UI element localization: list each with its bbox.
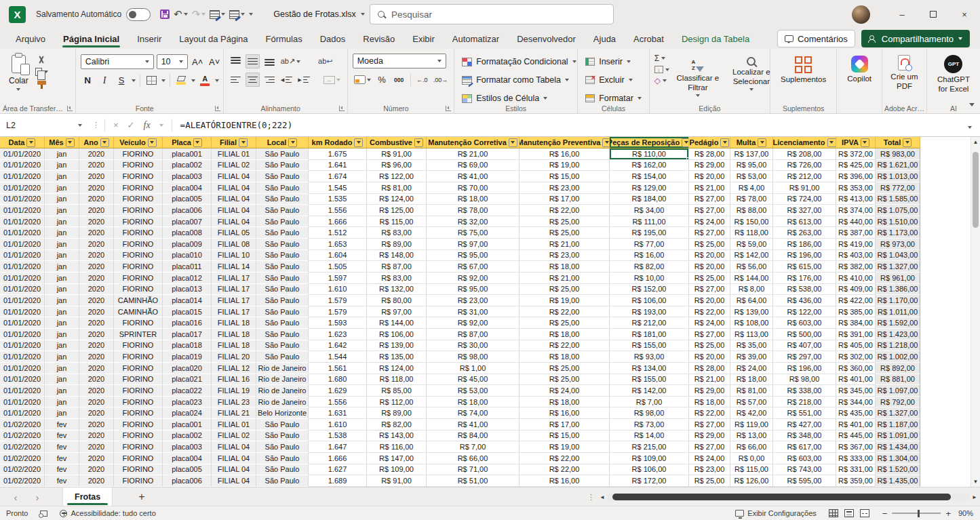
chevron-down-icon[interactable] bbox=[665, 68, 669, 71]
bold-button[interactable]: N bbox=[81, 73, 95, 87]
cell[interactable]: R$ 16,00 bbox=[520, 475, 610, 487]
filter-button[interactable] bbox=[827, 138, 836, 147]
column-header-combustive[interactable]: Combustive bbox=[367, 137, 427, 148]
cell[interactable]: R$ 97,00 bbox=[367, 306, 427, 318]
column-header-multa[interactable]: Multa bbox=[730, 137, 773, 148]
cell[interactable]: R$ 83,00 bbox=[367, 273, 427, 284]
enter-formula-icon[interactable]: ✓ bbox=[128, 120, 135, 130]
cell[interactable]: R$ 132,00 bbox=[367, 284, 427, 296]
cancel-formula-icon[interactable]: × bbox=[113, 120, 119, 130]
column-header-total[interactable]: Total bbox=[876, 137, 920, 148]
chatgpt-button[interactable]: GPT ChatGPT for Excel bbox=[930, 54, 977, 94]
cell[interactable]: São Paulo bbox=[256, 194, 309, 205]
cell[interactable]: R$ 20,00 bbox=[689, 250, 730, 262]
cell[interactable]: 1.629 bbox=[309, 385, 367, 397]
cell[interactable]: jan bbox=[45, 363, 79, 374]
cell[interactable]: R$ 87,00 bbox=[427, 329, 520, 340]
cell[interactable]: 01/01/2020 bbox=[0, 340, 45, 352]
cell[interactable]: R$ 32,00 bbox=[427, 216, 520, 228]
cell[interactable]: R$ 22,00 bbox=[520, 306, 610, 318]
cell[interactable]: R$ 16,00 bbox=[610, 250, 689, 262]
cell[interactable]: R$ 92,00 bbox=[427, 317, 520, 329]
name-box[interactable]: L2 bbox=[0, 114, 88, 136]
cell[interactable]: placa009 bbox=[163, 239, 212, 250]
comma-style-button[interactable]: 000 bbox=[392, 73, 406, 87]
cell[interactable]: fev bbox=[45, 453, 79, 464]
cell[interactable]: 01/01/2020 bbox=[0, 363, 45, 374]
cell[interactable]: R$ 172,00 bbox=[610, 475, 689, 487]
sheet-tab-frotas[interactable]: Frotas bbox=[62, 487, 113, 506]
cell[interactable]: São Paulo bbox=[256, 250, 309, 262]
maximize-button[interactable] bbox=[918, 0, 949, 28]
cell[interactable]: placa002 bbox=[163, 160, 212, 172]
cell[interactable]: R$ 372,00 bbox=[836, 148, 876, 160]
cell[interactable]: 01/02/2020 bbox=[0, 441, 45, 453]
cell[interactable]: 01/01/2020 bbox=[0, 374, 45, 386]
align-right-button[interactable] bbox=[262, 73, 277, 87]
cell[interactable]: R$ 391,00 bbox=[836, 329, 876, 340]
cell[interactable]: placa022 bbox=[163, 385, 212, 397]
cell[interactable]: R$ 129,00 bbox=[610, 182, 689, 194]
cell[interactable]: R$ 724,00 bbox=[773, 194, 836, 205]
cell[interactable]: R$ 81,00 bbox=[730, 385, 773, 397]
cell[interactable]: R$ 331,00 bbox=[836, 464, 876, 476]
cell[interactable]: R$ 595,00 bbox=[773, 475, 836, 487]
cell[interactable]: R$ 142,00 bbox=[610, 385, 689, 397]
cell[interactable]: FILIAL 08 bbox=[212, 239, 256, 250]
align-top-button[interactable] bbox=[229, 54, 243, 68]
cell[interactable]: FILIAL 05 bbox=[212, 227, 256, 239]
expand-formula-bar-button[interactable] bbox=[968, 119, 972, 132]
scroll-up-icon[interactable]: ▲ bbox=[971, 139, 980, 145]
cell[interactable]: 01/01/2020 bbox=[0, 216, 45, 228]
cell[interactable]: jan bbox=[45, 148, 79, 160]
cell[interactable]: R$ 422,00 bbox=[836, 295, 876, 306]
cell[interactable]: R$ 139,00 bbox=[730, 306, 773, 318]
cell[interactable]: São Paulo bbox=[256, 419, 309, 431]
cell[interactable]: placa003 bbox=[163, 171, 212, 182]
formula-bar-drag-handle[interactable]: ⋮ bbox=[88, 121, 104, 129]
cell[interactable]: R$ 89,00 bbox=[367, 239, 427, 250]
cell[interactable]: R$ 98,00 bbox=[427, 351, 520, 363]
cell[interactable]: Rio de Janeiro bbox=[256, 397, 309, 408]
cell[interactable]: FIORINO bbox=[114, 419, 163, 431]
cell[interactable]: R$ 97,00 bbox=[427, 239, 520, 250]
chevron-down-icon[interactable] bbox=[184, 13, 188, 16]
cell[interactable]: R$ 91,00 bbox=[367, 475, 427, 487]
cell[interactable]: R$ 23,00 bbox=[520, 250, 610, 262]
redo-button[interactable]: ↷ bbox=[192, 8, 206, 20]
cell[interactable]: 1.647 bbox=[309, 441, 367, 453]
cell[interactable]: R$ 193,00 bbox=[610, 306, 689, 318]
zoom-slider[interactable] bbox=[892, 513, 941, 514]
filter-button[interactable] bbox=[193, 138, 202, 147]
cell[interactable]: 01/01/2020 bbox=[0, 227, 45, 239]
font-size-combo[interactable]: 10 bbox=[157, 54, 188, 69]
column-header-pecas-de-reposicao[interactable]: Peças de Reposição bbox=[610, 137, 689, 148]
cell[interactable]: 01/02/2020 bbox=[0, 431, 45, 442]
cell[interactable]: jan bbox=[45, 397, 79, 408]
underline-button[interactable]: S bbox=[115, 73, 129, 87]
cell[interactable]: 1.512 bbox=[309, 227, 367, 239]
cell[interactable]: R$ 22,00 bbox=[520, 205, 610, 216]
cell[interactable]: R$ 21,00 bbox=[427, 148, 520, 160]
fill-handle[interactable] bbox=[686, 157, 689, 160]
column-header-ipva[interactable]: IPVA bbox=[836, 137, 876, 148]
cell[interactable]: CAMINHÃO bbox=[114, 295, 163, 306]
filter-button[interactable] bbox=[239, 138, 248, 147]
cell[interactable]: R$ 125,00 bbox=[367, 205, 427, 216]
cell[interactable]: R$ 403,00 bbox=[836, 250, 876, 262]
cell[interactable]: placa015 bbox=[163, 306, 212, 318]
cell[interactable]: jan bbox=[45, 407, 79, 419]
increase-font-button[interactable]: A˄ bbox=[191, 55, 205, 69]
cell[interactable]: FIORINO bbox=[114, 250, 163, 262]
cell[interactable]: R$ 1.423,00 bbox=[876, 329, 920, 340]
cell[interactable]: CAMINHÃO bbox=[114, 306, 163, 318]
collapse-ribbon-button[interactable] bbox=[969, 97, 975, 109]
cell[interactable]: R$ 83,00 bbox=[367, 227, 427, 239]
cell[interactable]: 01/01/2020 bbox=[0, 397, 45, 408]
cell[interactable]: placa008 bbox=[163, 227, 212, 239]
format-painter-icon[interactable] bbox=[37, 81, 46, 85]
close-button[interactable]: × bbox=[949, 0, 980, 28]
formula-input[interactable]: =ALEATÓRIOENTRE(0;222) bbox=[172, 120, 293, 130]
cell[interactable]: R$ 367,00 bbox=[836, 441, 876, 453]
cell[interactable]: R$ 57,00 bbox=[730, 397, 773, 408]
